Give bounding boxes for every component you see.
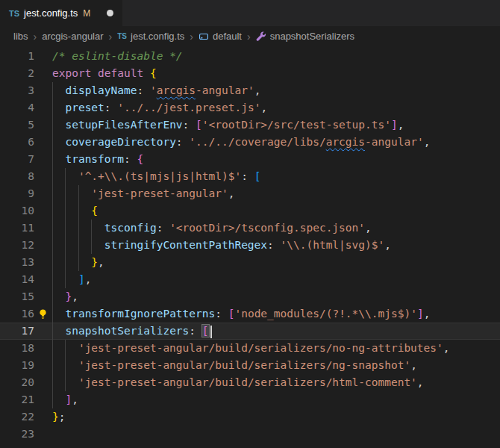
- indent-guide: [65, 340, 78, 357]
- code-line[interactable]: 14],: [0, 271, 500, 288]
- code-token: tsconfig: [104, 222, 157, 234]
- lightbulb-icon[interactable]: [34, 305, 52, 323]
- code-line[interactable]: 20'jest-preset-angular/build/serializers…: [0, 374, 500, 391]
- indent-guide: [78, 220, 91, 237]
- dirty-indicator-icon[interactable]: [107, 10, 113, 16]
- indent-guide: [65, 254, 78, 271]
- line-number[interactable]: 4: [0, 99, 34, 116]
- breadcrumb-item-default[interactable]: default: [199, 31, 242, 42]
- code-line[interactable]: 12stringifyContentPathRegex: '\\.(html|s…: [0, 237, 500, 254]
- code-line[interactable]: 11tsconfig: '<rootDir>/tsconfig.spec.jso…: [0, 220, 500, 237]
- code-line[interactable]: 10{: [0, 202, 500, 220]
- ts-file-icon: TS: [117, 32, 127, 40]
- symbol-variable-icon: [199, 31, 209, 42]
- line-number[interactable]: 10: [0, 202, 34, 220]
- code-text: 'jest-preset-angular',: [52, 185, 500, 202]
- code-line[interactable]: 7transform: {: [0, 151, 500, 168]
- code-line[interactable]: 1/* eslint-disable */: [0, 48, 500, 65]
- line-number[interactable]: 3: [0, 82, 34, 99]
- indent-guide: [65, 357, 78, 374]
- line-number[interactable]: 20: [0, 374, 34, 391]
- code-line[interactable]: 8'^.+\\.(ts|mjs|js|html)$': [: [0, 168, 500, 185]
- gutter-space: [34, 323, 52, 340]
- code-line[interactable]: 22};: [0, 408, 500, 426]
- code-token: ,: [98, 256, 104, 268]
- code-line[interactable]: 16transformIgnorePatterns: ['node_module…: [0, 305, 500, 323]
- breadcrumb-separator: ›: [34, 31, 37, 43]
- code-text: 'jest-preset-angular/build/serializers/n…: [52, 357, 500, 374]
- code-editor[interactable]: 1/* eslint-disable */2export default {3d…: [0, 46, 500, 448]
- text-cursor: [210, 326, 212, 338]
- breadcrumb-separator: ›: [247, 31, 251, 43]
- gutter-space: [34, 237, 52, 254]
- line-number[interactable]: 19: [0, 357, 34, 374]
- line-number[interactable]: 8: [0, 168, 34, 185]
- code-line[interactable]: 4preset: '../../jest.preset.js',: [0, 99, 500, 116]
- line-number[interactable]: 18: [0, 340, 34, 357]
- code-token: 'jest-preset-angular/build/serializers/h…: [78, 376, 417, 388]
- code-token: ,: [443, 342, 450, 354]
- code-line[interactable]: 9'jest-preset-angular',: [0, 185, 500, 202]
- tab-jest-config[interactable]: TS jest.config.ts M: [0, 0, 122, 26]
- gutter-space: [34, 288, 52, 305]
- code-line[interactable]: 5setupFilesAfterEnv: ['<rootDir>/src/tes…: [0, 116, 500, 134]
- indent-guide: [52, 374, 65, 391]
- code-token: snapshotSerializers: [65, 325, 189, 337]
- code-token: ,: [398, 119, 404, 131]
- code-token: transformIgnorePatterns: [65, 308, 215, 320]
- gutter-space: [34, 48, 52, 65]
- code-token: :: [183, 119, 196, 131]
- breadcrumb-item-libs[interactable]: libs: [13, 31, 28, 42]
- code-text: transform: {: [52, 151, 500, 168]
- code-token: /* eslint-disable */: [52, 50, 183, 62]
- code-text: transformIgnorePatterns: ['node_modules/…: [52, 305, 500, 323]
- code-line[interactable]: 15},: [0, 288, 500, 305]
- code-token: ]: [65, 393, 72, 405]
- indent-guide: [52, 323, 65, 340]
- line-number[interactable]: 2: [0, 65, 34, 82]
- code-line[interactable]: 21],: [0, 391, 500, 408]
- line-number[interactable]: 5: [0, 116, 34, 134]
- line-number[interactable]: 16: [0, 305, 34, 323]
- line-number[interactable]: 21: [0, 391, 34, 408]
- line-number[interactable]: 1: [0, 48, 34, 65]
- breadcrumb-item-arcgis-angular[interactable]: arcgis-angular: [42, 31, 103, 42]
- code-line[interactable]: 2export default {: [0, 65, 500, 82]
- indent-guide: [52, 220, 65, 237]
- line-number[interactable]: 7: [0, 151, 34, 168]
- code-text: [52, 426, 500, 443]
- code-line[interactable]: 3displayName: 'arcgis-angular',: [0, 82, 500, 99]
- code-token: ,: [424, 308, 431, 320]
- code-line[interactable]: 18'jest-preset-angular/build/serializers…: [0, 340, 500, 357]
- code-line[interactable]: 6coverageDirectory: '../../coverage/libs…: [0, 134, 500, 151]
- code-line[interactable]: 13},: [0, 254, 500, 271]
- gutter-space: [34, 254, 52, 271]
- breadcrumb-item-file[interactable]: TS jest.config.ts: [117, 31, 184, 42]
- line-number[interactable]: 6: [0, 134, 34, 151]
- code-line[interactable]: 17snapshotSerializers: [: [0, 323, 500, 340]
- code-line[interactable]: 23: [0, 426, 500, 443]
- line-number[interactable]: 23: [0, 426, 34, 443]
- line-number[interactable]: 22: [0, 408, 34, 426]
- code-text: export default {: [52, 65, 500, 82]
- line-number[interactable]: 15: [0, 288, 34, 305]
- indent-guide: [65, 220, 78, 237]
- code-token: -angular': [365, 136, 424, 148]
- code-token: }: [52, 411, 59, 423]
- line-number[interactable]: 9: [0, 185, 34, 202]
- indent-guide: [52, 340, 65, 357]
- code-token: 'jest-preset-angular/build/serializers/n…: [78, 359, 410, 371]
- line-number[interactable]: 12: [0, 237, 34, 254]
- breadcrumb: libs › arcgis-angular › TS jest.config.t…: [0, 26, 500, 46]
- line-number[interactable]: 17: [0, 323, 34, 340]
- gutter-space: [34, 374, 52, 391]
- line-number[interactable]: 11: [0, 220, 34, 237]
- code-line[interactable]: 19'jest-preset-angular/build/serializers…: [0, 357, 500, 374]
- breadcrumb-label: snapshotSerializers: [270, 31, 354, 42]
- breadcrumb-item-snapshot-serializers[interactable]: snapshotSerializers: [256, 31, 354, 42]
- code-text: '^.+\\.(ts|mjs|js|html)$': [: [52, 168, 500, 185]
- line-number[interactable]: 14: [0, 271, 34, 288]
- tab-title: jest.config.ts: [24, 7, 78, 19]
- vscode-window: TS jest.config.ts M libs › arcgis-angula…: [0, 0, 500, 448]
- line-number[interactable]: 13: [0, 254, 34, 271]
